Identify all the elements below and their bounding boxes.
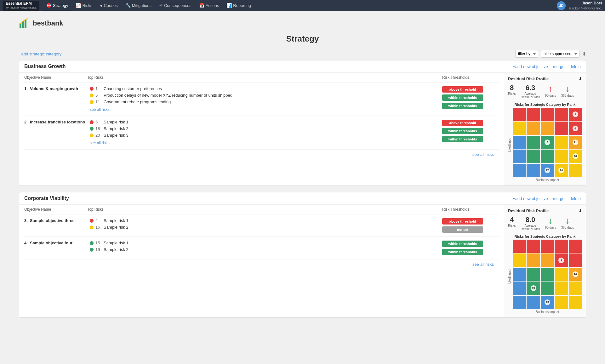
nav-label-risks: Risks bbox=[82, 3, 92, 8]
user-name: Jason Doel bbox=[568, 1, 602, 6]
matrix-cell: 1 bbox=[569, 108, 582, 121]
matrix-cell bbox=[513, 122, 526, 135]
cell-badge: 17 bbox=[545, 168, 550, 173]
category-title: Business Growth bbox=[24, 64, 66, 69]
risk-name: Sample risk 3 bbox=[104, 133, 440, 138]
see-all-risks-row: see all risks bbox=[24, 259, 499, 269]
stat-90-days: ↓ 90 days bbox=[545, 216, 556, 229]
matrix-y-label: Likelihood bbox=[508, 270, 511, 284]
risk-dot bbox=[90, 241, 94, 245]
matrix-wrapper: Likelihood 16511201720 Business Impact bbox=[508, 108, 582, 182]
filter-by-select[interactable]: filter by bbox=[515, 50, 538, 58]
threshold-badge: not set bbox=[442, 226, 483, 233]
delete-link[interactable]: delete bbox=[570, 64, 581, 69]
risk-name: Government rebate programs ending bbox=[104, 100, 440, 104]
mitigations-icon: 🔧 bbox=[125, 3, 131, 8]
matrix-cell: 6 bbox=[569, 122, 582, 135]
threshold-item: within thresholds bbox=[442, 136, 499, 142]
objective-name: 1. Volume & margin growth bbox=[24, 86, 87, 109]
see-all-risks-bottom-link[interactable]: see all risks bbox=[472, 152, 494, 157]
download-icon[interactable]: ⬇ bbox=[582, 51, 586, 57]
threshold-badge: above threshold bbox=[442, 218, 483, 225]
delete-link[interactable]: delete bbox=[570, 196, 581, 201]
cell-badge: 6 bbox=[573, 126, 578, 131]
download-profile-icon[interactable]: ⬇ bbox=[579, 77, 582, 81]
matrix-cell bbox=[541, 282, 554, 295]
hide-suppressed-select[interactable]: hide suppressed bbox=[541, 50, 579, 58]
logo-text: bestbank bbox=[33, 19, 63, 27]
cell-badge: 20 bbox=[573, 153, 578, 159]
matrix-cell bbox=[541, 122, 554, 135]
stat-90-days: ↑ 90 days bbox=[545, 84, 556, 97]
matrix-cell bbox=[541, 253, 554, 267]
risk-item: 16 Sample risk 2 bbox=[90, 225, 440, 230]
matrix-cell bbox=[555, 150, 568, 163]
nav-item-risks[interactable]: 📈 Risks bbox=[72, 0, 95, 11]
actions-icon: 📅 bbox=[199, 3, 204, 8]
see-all-risks-link[interactable]: see all risks bbox=[90, 107, 110, 112]
cell-badge: 19 bbox=[531, 285, 536, 291]
risk-name: Changing customer preferences bbox=[104, 86, 440, 91]
matrix-cell bbox=[555, 240, 568, 253]
risks-list: 15 Sample risk 1 19 Sample risk 2 bbox=[90, 241, 440, 255]
risk-num: 2 bbox=[95, 218, 102, 223]
category-title: Corporate Viability bbox=[24, 196, 69, 201]
see-all-risks-bottom-link[interactable]: see all risks bbox=[472, 262, 494, 267]
threshold-badge: within thresholds bbox=[442, 128, 483, 134]
arrow-365-icon: ↓ bbox=[565, 84, 570, 94]
risk-name: Sample risk 2 bbox=[104, 225, 440, 230]
nav-item-reporting[interactable]: 📊 Reporting bbox=[223, 0, 254, 11]
brand-sub: by Tracker Networks Inc. bbox=[6, 6, 37, 10]
threshold-badge: within thresholds bbox=[442, 103, 483, 109]
matrix-cell bbox=[513, 268, 526, 281]
matrix-title: Risks for Strategic Category by Rank bbox=[508, 103, 582, 106]
matrix-container: Risks for Strategic Category by Rank Lik… bbox=[508, 103, 582, 182]
stat-risks-count: 8 Risks bbox=[508, 84, 516, 95]
threshold-item: within thresholds bbox=[442, 249, 499, 255]
category-body: Objective Name Top Risks Risk Thresholds… bbox=[19, 73, 586, 185]
threshold-badge: within thresholds bbox=[442, 136, 483, 142]
nav-item-actions[interactable]: 📅 Actions bbox=[196, 0, 222, 11]
threshold-item: above threshold bbox=[442, 218, 499, 225]
risk-num: 6 bbox=[95, 120, 102, 124]
risks-list: 6 Sample risk 1 18 Sample risk 2 20 Samp… bbox=[90, 120, 440, 145]
objective-name: 4. Sample objective four bbox=[24, 241, 87, 253]
nav-item-causes[interactable]: ● Causes bbox=[97, 0, 121, 11]
matrix-cell bbox=[513, 296, 526, 309]
risk-profile-title: Residual Risk Profile ⬇ bbox=[508, 77, 582, 81]
risk-dot bbox=[90, 127, 94, 131]
merge-link[interactable]: merge bbox=[553, 64, 565, 69]
cell-badge: 2 bbox=[558, 258, 564, 263]
risk-num: 5 bbox=[95, 93, 102, 98]
nav-item-strategy[interactable]: 🎯 Strategy bbox=[43, 0, 71, 11]
nav-item-mitigations[interactable]: 🔧 Mitigations bbox=[122, 0, 155, 11]
add-strategic-category-link[interactable]: +add strategic category bbox=[19, 52, 62, 56]
see-all-risks-link[interactable]: see all risks bbox=[90, 141, 110, 145]
page-title: Strategy bbox=[19, 34, 586, 44]
risk-item: 1 Changing customer preferences bbox=[90, 86, 440, 91]
logo-icon bbox=[19, 18, 30, 29]
top-bar-right: filter by hide suppressed ⬇ bbox=[515, 50, 586, 58]
consequences-icon: ✳ bbox=[159, 3, 163, 8]
download-profile-icon[interactable]: ⬇ bbox=[579, 208, 582, 213]
matrix-cell: 11 bbox=[569, 136, 582, 149]
matrix-y-label: Likelihood bbox=[508, 138, 511, 152]
nav-item-consequences[interactable]: ✳ Consequences bbox=[156, 0, 195, 11]
add-new-objective-link[interactable]: +add new objective bbox=[513, 64, 548, 69]
risk-profile-panel: Residual Risk Profile ⬇ 8 Risks 6.3 Aver… bbox=[504, 73, 586, 185]
365-days-label: 365 days bbox=[561, 94, 574, 97]
risk-dot bbox=[90, 94, 94, 97]
matrix-cell bbox=[555, 296, 568, 309]
objective-row: 3. Sample objective three 2 Sample risk … bbox=[24, 214, 499, 237]
col-header-objective-name: Objective Name bbox=[24, 75, 87, 80]
merge-link[interactable]: merge bbox=[553, 196, 565, 201]
add-new-objective-link[interactable]: +add new objective bbox=[513, 196, 548, 201]
top-bar: +add strategic category filter by hide s… bbox=[19, 50, 586, 58]
matrix-cell bbox=[569, 253, 582, 267]
strategy-icon: 🎯 bbox=[46, 3, 52, 8]
arrow-90-icon: ↑ bbox=[548, 84, 553, 94]
cell-badge: 15 bbox=[545, 299, 550, 305]
risks-count-value: 8 bbox=[508, 84, 516, 91]
risk-name: Sample risk 1 bbox=[104, 241, 440, 245]
risk-item: 20 Sample risk 3 bbox=[90, 133, 440, 138]
